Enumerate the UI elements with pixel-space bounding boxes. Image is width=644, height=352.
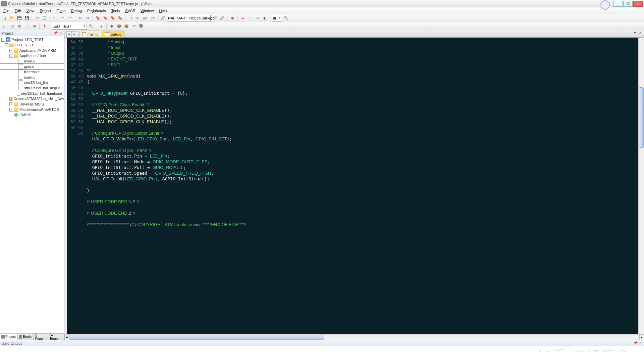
tree-file[interactable]: freertos.c [0,69,64,75]
download-icon[interactable]: ⬇ [41,23,48,30]
translate-icon[interactable]: ⬚ [1,23,8,30]
tab-templates[interactable]: 0▸ Temp... [48,334,64,340]
menu-svcs[interactable]: SVCS [122,8,138,13]
cut-icon[interactable]: ✂ [34,15,41,21]
tab-nav-left-icon[interactable]: ◄ [66,31,72,37]
scrollbar-thumb[interactable] [639,87,644,148]
panel-pin-icon[interactable]: 📌 [53,31,58,36]
redo-icon[interactable]: ↷ [66,15,73,21]
menu-peripherals[interactable]: Peripherals [85,8,109,13]
scroll-right-icon[interactable]: ► [639,335,644,340]
menu-project[interactable]: Project [37,8,54,13]
code-editor[interactable]: 34 35 36 37 38 39 40 41 42 43 44 45 46 4… [64,38,644,334]
tab-project[interactable]: Project [0,334,17,340]
tree-group[interactable]: +Drivers/STM32F1xx_HAL_Driv [0,96,64,101]
reload-icon[interactable]: ⟳ [130,23,137,30]
indent-icon[interactable]: ⇥ [127,15,134,21]
manage-rte-icon[interactable]: ◆ [108,23,115,30]
target-options-icon[interactable]: 🔧 [88,23,94,30]
avatar[interactable] [600,0,610,10]
menu-edit[interactable]: Edit [12,8,24,13]
nav-back-icon[interactable]: ⇦ [77,15,84,21]
breakpoint-icon[interactable]: ● [239,15,246,21]
tree-root[interactable]: -Project: LED_TEST [0,37,64,42]
menu-help[interactable]: Help [156,8,169,13]
code-body[interactable]: * Analog * Input * Output * EVENT_OUT * … [86,38,574,334]
tree-file-gpio[interactable]: gpio.c [0,64,64,69]
tree-file[interactable]: usart.c [0,75,64,80]
breakpoint-disable-icon[interactable]: ○ [247,15,254,21]
tree-file[interactable]: main.c [0,58,64,64]
menu-view[interactable]: View [24,8,37,13]
configure-icon[interactable]: 🔧 [283,15,289,21]
panel-close-icon[interactable]: ✕ [638,341,643,346]
menu-flash[interactable]: Flash [54,8,68,13]
paste-icon[interactable]: 📄 [49,15,55,21]
panel-pin-icon[interactable]: 📌 [633,341,638,346]
find-combo[interactable]: HAL_UART_RxCpltCallbac▼ [167,15,211,21]
bookmark-prev-icon[interactable]: 🔖 [102,15,109,21]
menu-tools[interactable]: Tools [109,8,123,13]
tab-nav-right-icon[interactable]: ► [72,31,77,37]
menu-file[interactable]: File [1,8,12,13]
outdent-icon[interactable]: ⇤ [135,15,141,21]
tree-file[interactable]: stm32f1xx_hal_msp.c [0,85,64,91]
scrollbar-thumb[interactable] [69,335,324,340]
debug-start-icon[interactable]: ◉ [229,15,236,21]
tab-dropdown-icon[interactable]: ▼ [633,31,637,36]
vertical-scrollbar[interactable] [638,38,644,334]
bookmark-next-icon[interactable]: 🔖 [109,15,116,21]
bookmark-icon[interactable]: 🔖 [95,15,101,21]
rebuild-icon[interactable]: ⊞ [16,23,23,30]
tree-group[interactable]: +Middlewares/FreeRTOS [0,107,64,112]
tree-group[interactable]: CMSIS [0,112,64,118]
maximize-button[interactable]: ❐ [623,1,633,7]
select-pack-icon[interactable]: 📦 [116,23,122,30]
save-icon[interactable]: 💾 [16,15,23,21]
menu-debug[interactable]: Debug [68,8,85,13]
pack-installer-icon[interactable]: 📦 [123,23,130,30]
batch-build-icon[interactable]: ⊞ [23,23,30,30]
window-combo[interactable]: ▦▼ [272,15,282,21]
books-icon[interactable]: 📚 [138,23,145,30]
tree-file[interactable]: stm32f1xx_it.c [0,80,64,85]
build-icon[interactable]: ⊞ [9,23,15,30]
save-all-icon[interactable]: 💾 [23,15,30,21]
uncomment-icon[interactable]: //≡ [149,15,156,21]
bookmark-clear-icon[interactable]: 🔖 [117,15,123,21]
panel-close-icon[interactable]: ✕ [58,31,63,36]
fold-gutter[interactable] [64,38,67,334]
editor-tab-main[interactable]: main.c [79,31,101,37]
minimize-button[interactable]: _ [613,1,623,7]
close-button[interactable]: ✕ [633,1,643,7]
tree-group[interactable]: +Drivers/CMSIS [0,101,64,107]
editor-tab-gpio[interactable]: gpio.c [102,31,124,37]
scroll-left-icon[interactable]: ◄ [64,335,69,340]
menu-window[interactable]: Window [138,8,156,13]
target-combo[interactable]: LED_TEST▼ [52,23,87,30]
breakpoint-kill-icon[interactable]: ⊘ [254,15,261,21]
tree-group[interactable]: -Application/User [0,53,64,58]
tree-target[interactable]: -LED_TEST [0,42,64,48]
tab-books[interactable]: Books [17,334,34,340]
horizontal-scrollbar[interactable]: ◄ ► [64,334,644,340]
stop-build-icon[interactable]: ⊞ [31,23,38,30]
project-tree[interactable]: -Project: LED_TEST -LED_TEST +Applicatio… [0,36,64,333]
comment-icon[interactable]: //≡ [142,15,149,21]
find-icon[interactable]: 🔎 [160,15,166,21]
build-output-body[interactable]: 知乎 @杨源鑫 [0,346,644,352]
open-icon[interactable]: 📂 [9,15,15,21]
undo-icon[interactable]: ↶ [59,15,66,21]
copy-icon[interactable]: 📋 [41,15,48,21]
nav-fwd-icon[interactable]: ⇨ [84,15,91,21]
tree-group[interactable]: +Application/MDK-ARM [0,48,64,53]
tab-close-icon[interactable]: ✕ [638,31,643,36]
new-icon[interactable]: 🗋 [1,15,8,21]
incremental-find-icon[interactable]: 🔎 [219,15,225,21]
breakpoint-toggle-icon[interactable]: ◐ [262,15,268,21]
tab-functions[interactable]: {} Func... [34,334,48,340]
manage-project-icon[interactable]: ♦ [98,23,105,30]
tree-file[interactable]: stm32f1xx_hal_timebase_ [0,91,64,96]
find-in-files-icon[interactable]: 🔎 [211,15,218,21]
window-title: C:\Users\Administrator\Desktop\Test\LED_… [8,2,600,6]
